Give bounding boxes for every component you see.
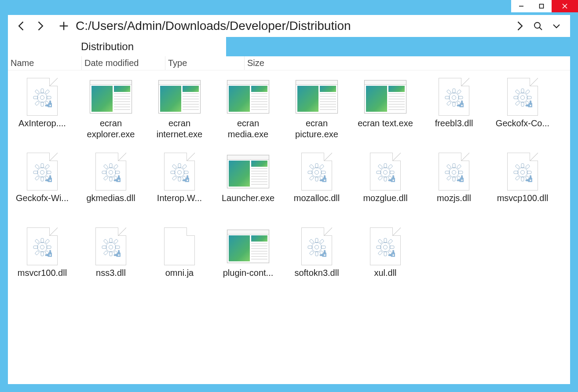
file-item[interactable]: ecran text.exe — [353, 73, 418, 148]
dll-icon — [363, 225, 407, 267]
file-item[interactable]: msvcp100.dll — [490, 148, 555, 223]
file-label: ecran text.exe — [358, 118, 413, 129]
window-controls — [511, 0, 578, 12]
file-label: msvcr100.dll — [18, 267, 67, 278]
file-label: gkmedias.dll — [86, 193, 135, 204]
app-window-icon — [226, 150, 270, 193]
file-item[interactable]: ecran explorer.exe — [78, 73, 143, 148]
address-bar[interactable]: C:/Users/Admin/Downloads/Developer/Distr… — [73, 19, 510, 33]
file-item[interactable]: msvcr100.dll — [10, 223, 75, 297]
app-window-icon — [157, 76, 201, 118]
file-item[interactable]: gkmedias.dll — [78, 148, 143, 223]
dll-icon — [295, 225, 339, 267]
file-label: mozalloc.dll — [294, 193, 340, 204]
go-button[interactable] — [510, 17, 529, 35]
dll-icon — [363, 150, 407, 193]
dll-icon — [89, 150, 133, 193]
close-button[interactable] — [552, 0, 578, 12]
file-item[interactable]: omni.ja — [147, 223, 212, 297]
file-item[interactable]: mozalloc.dll — [284, 148, 349, 223]
app-window-icon — [226, 76, 270, 118]
content-area: NameDate modifiedTypeSize AxInterop....e… — [8, 56, 570, 384]
dll-icon — [501, 150, 545, 193]
app-window-icon — [363, 76, 407, 118]
column-header-type[interactable]: Type — [165, 56, 245, 70]
dll-icon — [295, 150, 339, 193]
file-item[interactable]: softokn3.dll — [284, 223, 349, 297]
column-header-date-modified[interactable]: Date modified — [82, 56, 165, 70]
tab-strip: Distribution — [8, 37, 570, 56]
file-item[interactable]: AxInterop.... — [10, 73, 75, 148]
dll-icon — [157, 150, 201, 193]
file-label: ecran internet.exe — [149, 118, 210, 140]
file-item[interactable]: nss3.dll — [78, 223, 143, 297]
column-headers: NameDate modifiedTypeSize — [8, 56, 570, 70]
dll-icon — [20, 150, 64, 193]
file-item[interactable]: mozglue.dll — [353, 148, 418, 223]
dll-icon — [501, 76, 545, 118]
more-options-button[interactable] — [547, 17, 566, 35]
app-window-icon — [226, 225, 270, 267]
file-label: freebl3.dll — [435, 118, 473, 129]
file-explorer-window: C:/Users/Admin/Downloads/Developer/Distr… — [0, 0, 578, 392]
file-label: omni.ja — [165, 267, 194, 278]
file-item[interactable]: Geckofx-Co... — [490, 73, 555, 148]
file-label: Geckofx-Co... — [496, 118, 549, 129]
file-label: mozglue.dll — [363, 193, 407, 204]
file-label: Launcher.exe — [222, 193, 274, 204]
new-tab-button[interactable] — [55, 17, 73, 35]
dll-icon — [20, 225, 64, 267]
svg-line-7 — [540, 28, 542, 30]
titlebar — [0, 0, 578, 15]
file-item[interactable]: ecran internet.exe — [147, 73, 212, 148]
tab-distribution[interactable]: Distribution — [8, 37, 226, 56]
navigation-bar: C:/Users/Admin/Downloads/Developer/Distr… — [8, 15, 570, 37]
file-label: nss3.dll — [96, 267, 126, 278]
file-label: softokn3.dll — [294, 267, 339, 278]
file-item[interactable]: Launcher.exe — [216, 148, 281, 223]
file-icon — [157, 225, 201, 267]
dll-icon — [432, 150, 476, 193]
file-label: msvcp100.dll — [497, 193, 549, 204]
file-label: ecran media.exe — [217, 118, 279, 140]
app-window-icon — [89, 76, 133, 118]
file-label: ecran picture.exe — [286, 118, 348, 140]
file-label: Geckofx-Wi... — [16, 193, 69, 204]
file-item[interactable]: freebl3.dll — [421, 73, 487, 148]
dll-icon — [20, 76, 64, 118]
svg-rect-1 — [540, 4, 544, 8]
maximize-button[interactable] — [531, 0, 552, 12]
minimize-button[interactable] — [511, 0, 531, 12]
file-item[interactable]: xul.dll — [353, 223, 418, 297]
back-button[interactable] — [12, 17, 31, 35]
file-item[interactable]: Geckofx-Wi... — [10, 148, 75, 223]
forward-button[interactable] — [31, 17, 49, 35]
file-item[interactable]: ecran media.exe — [216, 73, 281, 148]
file-item[interactable]: ecran picture.exe — [284, 73, 349, 148]
file-label: ecran explorer.exe — [80, 118, 142, 140]
file-item[interactable]: plugin-cont... — [216, 223, 281, 297]
search-button[interactable] — [529, 17, 547, 35]
app-window-icon — [295, 76, 339, 118]
dll-icon — [89, 225, 133, 267]
file-item[interactable]: Interop.W... — [147, 148, 212, 223]
dll-icon — [432, 76, 476, 118]
file-label: plugin-cont... — [223, 267, 274, 278]
file-item[interactable]: mozjs.dll — [421, 148, 487, 223]
file-label: xul.dll — [374, 267, 396, 278]
svg-point-6 — [534, 22, 540, 28]
file-grid: AxInterop....ecran explorer.exeecran int… — [8, 70, 570, 384]
file-label: mozjs.dll — [437, 193, 471, 204]
file-label: AxInterop.... — [18, 118, 66, 129]
file-label: Interop.W... — [157, 193, 202, 204]
column-header-name[interactable]: Name — [8, 56, 82, 70]
column-header-size[interactable]: Size — [245, 56, 552, 70]
